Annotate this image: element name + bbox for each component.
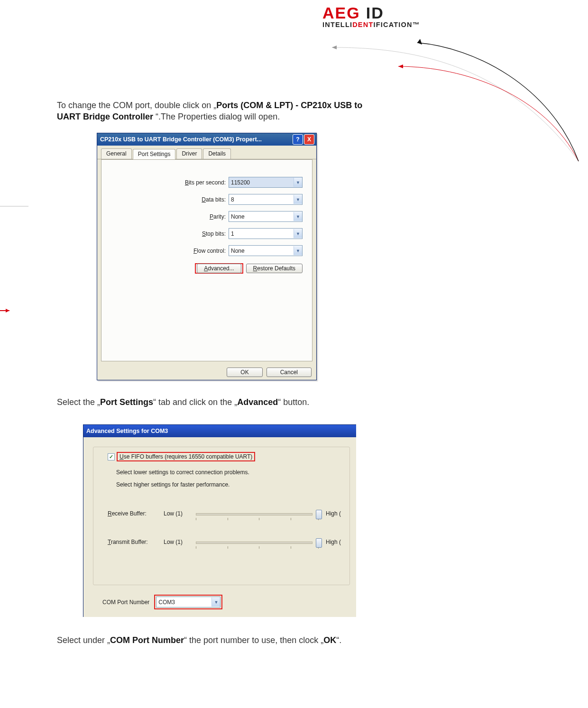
data-bits-select[interactable]: 8 ▼ bbox=[229, 194, 303, 205]
receive-buffer-slider[interactable] bbox=[196, 509, 322, 518]
parity-label: Parity: bbox=[169, 213, 226, 220]
com-port-select[interactable]: COM3 ▼ bbox=[156, 597, 220, 607]
svg-marker-2 bbox=[417, 39, 422, 45]
brand-tag-post: IFICATION™ bbox=[373, 21, 420, 28]
tab-general[interactable]: General bbox=[101, 148, 132, 159]
tab-driver[interactable]: Driver bbox=[176, 148, 202, 159]
fifo-group: ✓ Use FIFO buffers (requires 16550 compa… bbox=[93, 447, 350, 585]
advanced-button[interactable]: Advanced... bbox=[197, 264, 241, 273]
transmit-low-label: Low (1) bbox=[164, 539, 192, 545]
slider-thumb-icon[interactable] bbox=[316, 538, 322, 548]
ok-button[interactable]: OK bbox=[227, 368, 262, 377]
close-icon[interactable]: X bbox=[304, 134, 314, 145]
tab-strip: General Port Settings Driver Details bbox=[97, 146, 316, 159]
properties-title: CP210x USB to UART Bridge Controller (CO… bbox=[100, 136, 262, 143]
transmit-high-label: High ( bbox=[326, 539, 349, 545]
brand-id: ID bbox=[366, 4, 384, 22]
svg-marker-0 bbox=[332, 46, 337, 49]
cancel-button[interactable]: Cancel bbox=[266, 368, 312, 377]
tab-details[interactable]: Details bbox=[203, 148, 231, 159]
fifo-highlight: Use FIFO buffers (requires 16550 compati… bbox=[117, 452, 255, 461]
receive-high-label: High ( bbox=[326, 510, 349, 517]
flow-label: Flow control: bbox=[169, 248, 226, 254]
bps-select[interactable]: 115200 ▼ bbox=[229, 177, 303, 188]
advanced-titlebar: Advanced Settings for COM3 bbox=[83, 425, 356, 437]
brand-logo: AEGID INTELLIDENTIFICATION™ bbox=[322, 5, 422, 28]
advanced-settings-dialog: Advanced Settings for COM3 ✓ Use FIFO bu… bbox=[83, 424, 356, 617]
receive-low-label: Low (1) bbox=[164, 510, 192, 517]
restore-defaults-button[interactable]: Restore Defaults bbox=[246, 264, 303, 273]
brand-tag-pre: INTELLI bbox=[322, 21, 352, 28]
receive-buffer-label: Receive Buffer: bbox=[108, 510, 160, 517]
transmit-buffer-slider[interactable] bbox=[196, 537, 322, 547]
com-port-highlight: COM3 ▼ bbox=[154, 595, 222, 609]
tab-port-settings[interactable]: Port Settings bbox=[133, 149, 176, 159]
fifo-hint-2: Select higher settings for faster perfor… bbox=[116, 481, 230, 488]
advanced-title: Advanced Settings for COM3 bbox=[86, 428, 168, 434]
slider-thumb-icon[interactable] bbox=[316, 510, 322, 519]
chevron-down-icon: ▼ bbox=[294, 178, 302, 187]
paragraph-3: Select under „COM Port Number“ the port … bbox=[57, 634, 389, 646]
flow-select[interactable]: None ▼ bbox=[229, 245, 303, 256]
svg-marker-5 bbox=[6, 309, 9, 313]
chevron-down-icon: ▼ bbox=[294, 229, 302, 238]
paragraph-1: To change the COM port, double click on … bbox=[57, 100, 365, 122]
properties-dialog: CP210x USB to UART Bridge Controller (CO… bbox=[97, 133, 317, 380]
properties-titlebar: CP210x USB to UART Bridge Controller (CO… bbox=[97, 133, 316, 146]
help-icon[interactable]: ? bbox=[293, 134, 303, 145]
brand-aeg: AEG bbox=[322, 4, 360, 22]
chevron-down-icon: ▼ bbox=[294, 195, 302, 204]
svg-marker-1 bbox=[398, 64, 403, 68]
advanced-highlight: Advanced... bbox=[195, 263, 243, 274]
parity-select[interactable]: None ▼ bbox=[229, 211, 303, 222]
stop-bits-label: Stop bits: bbox=[169, 230, 226, 237]
paragraph-2: Select the „Port Settings“ tab and click… bbox=[57, 396, 365, 408]
chevron-down-icon: ▼ bbox=[294, 246, 302, 255]
chevron-down-icon: ▼ bbox=[211, 598, 220, 607]
fifo-checkbox[interactable]: ✓ bbox=[108, 453, 115, 460]
port-settings-panel: Bits per second: 115200 ▼ Data bits: 8 ▼… bbox=[101, 159, 312, 361]
stop-bits-select[interactable]: 1 ▼ bbox=[229, 228, 303, 239]
fifo-hint-1: Select lower settings to correct connect… bbox=[116, 469, 249, 476]
transmit-buffer-label: Transmit Buffer: bbox=[108, 539, 160, 545]
brand-tag-mid: DENT bbox=[352, 21, 373, 28]
data-bits-label: Data bits: bbox=[169, 196, 226, 203]
bps-label: Bits per second: bbox=[169, 179, 226, 186]
chevron-down-icon: ▼ bbox=[294, 212, 302, 221]
com-port-label: COM Port Number bbox=[102, 599, 149, 606]
fifo-label: Use FIFO buffers (requires 16550 compati… bbox=[119, 453, 252, 460]
left-margin-marks bbox=[0, 202, 38, 315]
